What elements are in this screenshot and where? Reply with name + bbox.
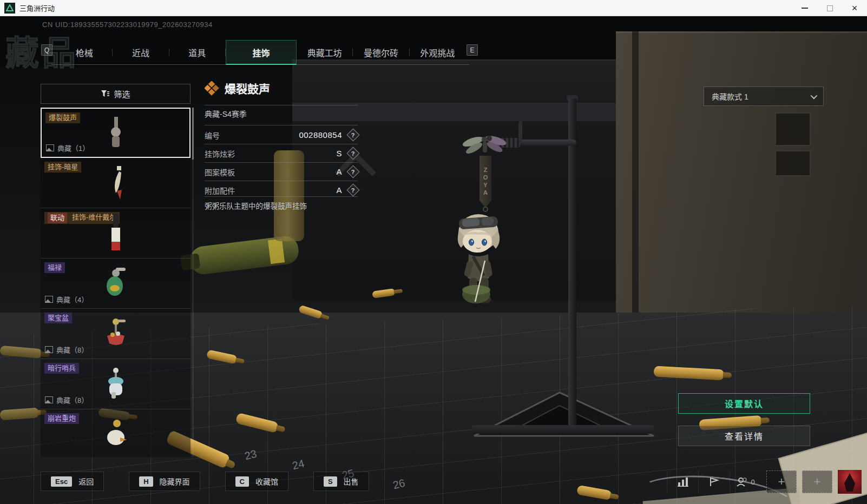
s-keycap: S <box>324 476 337 487</box>
list-item-treasure-bowl[interactable]: 聚宝盆 典藏（8） <box>41 309 191 359</box>
report-button[interactable] <box>698 470 730 493</box>
stats-icon <box>678 477 688 487</box>
set-default-button[interactable]: 设置默认 <box>678 393 810 414</box>
esc-keycap: Esc <box>51 476 72 487</box>
app-window: 三角洲行动 × 23 24 25 26 <box>0 0 867 504</box>
collection-count: 典藏（8） <box>45 395 88 405</box>
next-tab-keycap: E <box>467 44 478 56</box>
player-avatar[interactable] <box>838 470 862 494</box>
list-item-rockbreaker-cannon[interactable]: 崩岩重炮 <box>41 409 191 457</box>
tab-melee[interactable]: 近战 <box>113 40 168 65</box>
hotkey-sell[interactable]: S 出售 <box>313 472 369 491</box>
item-thumbnail <box>103 317 129 350</box>
filter-button[interactable]: 筛选 <box>41 84 191 104</box>
list-item-wisadel[interactable]: 联动 挂饰-维什戴尔 <box>41 208 191 258</box>
season-label: 典藏-S4赛季 <box>205 108 247 119</box>
h-keycap: H <box>139 476 153 487</box>
item-thumbnail <box>107 116 125 150</box>
friends-count: 0 <box>751 478 754 486</box>
collection-count-icon <box>45 346 53 353</box>
collection-count: 典藏（4） <box>45 294 88 304</box>
help-icon[interactable]: ? <box>346 128 359 141</box>
tab-firearms[interactable]: 枪械 <box>56 40 112 65</box>
charm-detail-title: 爆裂鼓声 <box>205 80 270 96</box>
hotkey-bar: Esc 返回 H 隐藏界面 C 收藏馆 S 出售 <box>41 472 369 491</box>
list-scrollbar[interactable] <box>192 108 194 457</box>
item-thumbnail <box>104 367 128 401</box>
view-details-button[interactable]: 查看详情 <box>678 426 810 446</box>
app-logo-icon <box>4 3 15 14</box>
filter-icon <box>101 90 109 98</box>
item-name-badge: 挂饰-暗星 <box>44 162 81 173</box>
prev-tab-keycap: Q <box>41 44 52 56</box>
category-tabs: 枪械 近战 道具 挂饰 典藏工坊 曼德尔砖 外观挑战 <box>56 40 465 65</box>
help-icon[interactable]: ? <box>346 165 359 178</box>
item-thumbnail <box>103 267 129 300</box>
help-icon[interactable]: ? <box>346 147 359 160</box>
item-thumbnail <box>105 165 127 201</box>
charm-name: 爆裂鼓声 <box>225 80 270 96</box>
collection-count: 典藏（8） <box>45 344 88 355</box>
collection-count-icon <box>45 296 53 303</box>
minimize-icon <box>802 8 808 9</box>
friends-icon <box>736 477 748 487</box>
charm-description: 粥粥乐队主题中的爆裂鼓声挂饰 <box>205 200 307 211</box>
divider <box>205 105 358 105</box>
item-name-badge: 暗行哨兵 <box>44 363 79 374</box>
list-item-burst-drumbeat[interactable]: 爆裂鼓声 典藏（1） <box>41 108 191 158</box>
maximize-button[interactable] <box>817 0 842 16</box>
c-keycap: C <box>235 476 249 487</box>
tab-collection-workshop[interactable]: 典藏工坊 <box>297 40 352 65</box>
item-thumbnail <box>108 214 123 253</box>
hotkey-hide-ui[interactable]: H 隐藏界面 <box>129 472 200 491</box>
collection-count: 典藏（1） <box>46 143 89 153</box>
chevron-down-icon <box>811 92 818 99</box>
stats-button[interactable] <box>667 470 698 493</box>
tab-appearance-challenge[interactable]: 外观挑战 <box>410 40 465 65</box>
tab-underline <box>51 64 469 65</box>
status-icon-bar: 0 + + <box>667 470 862 493</box>
maximize-icon <box>827 5 833 11</box>
tab-mandel-brick[interactable]: 曼德尔砖 <box>353 40 409 65</box>
detail-row-pattern: 图案模板 A ? <box>205 163 358 181</box>
item-name-badge: 崩岩重炮 <box>44 413 79 424</box>
detail-row-colorway: 挂饰炫彩 S ? <box>205 144 358 162</box>
list-item-fulu[interactable]: 福禄 典藏（4） <box>41 258 191 309</box>
minimize-button[interactable] <box>792 0 817 16</box>
style-dropdown[interactable]: 典藏款式 1 <box>704 87 824 106</box>
list-scrollbar-thumb[interactable] <box>192 108 194 160</box>
collection-count-icon <box>46 144 54 151</box>
item-name-badge: 聚宝盆 <box>44 313 72 323</box>
divider <box>205 125 358 125</box>
tab-items[interactable]: 道具 <box>169 40 225 65</box>
filter-label: 筛选 <box>114 88 130 100</box>
add-slot-button[interactable]: + <box>802 470 832 493</box>
divider <box>205 196 358 197</box>
item-name-badge: 爆裂鼓声 <box>45 112 80 123</box>
item-name-badge: 福禄 <box>44 262 65 273</box>
friends-button[interactable]: 0 <box>730 470 761 493</box>
hotkey-collection-hall[interactable]: C 收藏馆 <box>225 472 288 491</box>
list-item-dark-star[interactable]: 挂饰-暗星 <box>41 158 191 208</box>
close-button[interactable]: × <box>842 0 867 16</box>
collection-count-icon <box>45 396 53 403</box>
tab-charms[interactable]: 挂饰 <box>226 40 297 65</box>
collection-diamond-icon <box>205 81 219 96</box>
add-slot-button[interactable]: + <box>766 470 797 493</box>
hotkey-back[interactable]: Esc 返回 <box>41 472 104 491</box>
collab-badge: 联动 <box>48 213 67 223</box>
flag-icon <box>709 477 720 487</box>
charm-item-list: 爆裂鼓声 典藏（1） 挂饰-暗星 联动 挂饰-维什戴尔 <box>41 108 191 457</box>
item-thumbnail <box>104 419 128 449</box>
help-icon[interactable]: ? <box>346 183 359 196</box>
detail-row-serial: 编号 002880854 ? <box>205 126 358 144</box>
style-dropdown-value: 典藏款式 1 <box>712 91 748 102</box>
window-title: 三角洲行动 <box>19 3 55 13</box>
list-item-shadow-sentinel[interactable]: 暗行哨兵 典藏（8） <box>41 359 191 409</box>
window-titlebar: 三角洲行动 × <box>0 0 867 16</box>
